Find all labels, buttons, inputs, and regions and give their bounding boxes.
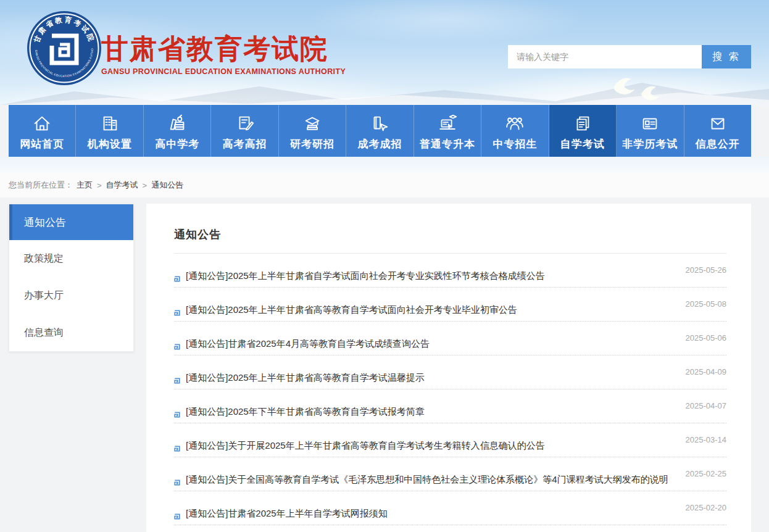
people-group-icon [504,113,525,134]
nav-item-secondary-enrollment[interactable]: 中专招生 [481,105,549,157]
announcement-row: [通知公告]2025年下半年甘肃省高等教育自学考试报考简章 2025-04-07 [174,389,726,423]
announcement-date: 2025-04-07 [686,401,727,410]
announcement-row: [通知公告]2025年上半年甘肃省高等教育自学考试温馨提示 2025-04-09 [174,355,726,389]
main-navigation: 网站首页 机构设置 高中学考 高考高招 研考研招 [9,105,751,157]
nav-item-zhuanshengben[interactable]: 普通专升本 [414,105,481,157]
sidebar-item-label: 政策规定 [24,252,64,265]
announcement-link[interactable]: [通知公告]2025年上半年甘肃省高等教育自学考试温馨提示 [174,372,425,384]
home-icon [31,113,52,134]
book-plane-icon [369,113,390,134]
announcement-bullet-icon [174,443,180,449]
site-header: 甘肃省教育考试院 GANSU PROVINCIAL EDUCATION EXAM… [0,0,769,105]
doves-decoration [603,73,671,105]
announcement-date: 2025-05-26 [686,265,727,275]
organization-building-icon [99,113,120,134]
announcement-date: 2025-04-09 [686,367,727,376]
nav-item-non-academic-exam[interactable]: 非学历考试 [617,105,684,157]
section-sidebar: 通知公告 政策规定 办事大厅 信息查询 [9,204,134,352]
stacked-documents-icon [572,113,593,134]
search-form: 搜 索 [508,45,751,69]
page-title: 通知公告 [174,227,726,254]
announcement-link[interactable]: [通知公告]2025年上半年甘肃省自学考试面向社会开考专业实践性环节考核合格成绩… [174,270,545,282]
nav-item-info-disclosure[interactable]: 信息公开 [684,105,751,157]
announcement-date: 2025-02-25 [686,469,727,478]
announcement-row: [通知公告]关于全国高等教育自学考试《毛泽东思想和中国特色社会主义理论体系概论》… [174,457,726,491]
nav-item-home[interactable]: 网站首页 [9,105,76,157]
nav-item-self-study-exam[interactable]: 自学考试 [549,105,617,157]
announcement-bullet-icon [174,307,180,314]
announcement-bullet-icon [174,409,180,415]
header-fade-band [0,157,769,173]
breadcrumb-label: 您当前所在位置： [9,180,73,191]
breadcrumb: 您当前所在位置： 主页 > 自学考试 > 通知公告 [9,173,751,197]
sidebar-item-policies[interactable]: 政策规定 [9,240,133,277]
announcement-link[interactable]: [通知公告]2025年下半年甘肃省高等教育自学考试报考简章 [174,406,425,418]
sidebar-item-label: 办事大厅 [24,289,64,302]
nav-item-gaokao[interactable]: 高考高招 [211,105,278,157]
announcement-row: [通知公告]2025年上半年甘肃省自学考试面向社会开考专业实践性环节考核合格成绩… [174,254,726,288]
breadcrumb-separator: > [97,181,102,190]
announcement-bullet-icon [174,375,180,381]
breadcrumb-home-link[interactable]: 主页 [77,180,93,191]
books-apple-icon [167,113,188,134]
exam-paper-pen-icon [235,113,256,134]
announcement-bullet-icon [174,511,180,517]
breadcrumb-current: 通知公告 [151,180,183,191]
nav-item-organization[interactable]: 机构设置 [76,105,143,157]
id-card-icon [639,113,660,134]
sidebar-item-info-query[interactable]: 信息查询 [9,314,133,351]
sidebar-item-label: 通知公告 [24,215,66,230]
announcement-bullet-icon [174,341,180,347]
site-logo[interactable]: 甘肃省教育考试院 GANSU PROVINCIAL EDUCATION EXAM… [26,10,102,86]
nav-item-postgraduate[interactable]: 研考研招 [279,105,346,157]
announcement-link[interactable]: [通知公告]关于全国高等教育自学考试《毛泽东思想和中国特色社会主义理论体系概论》… [174,474,668,486]
search-button[interactable]: 搜 索 [702,45,751,69]
announcement-date: 2025-05-06 [686,333,727,343]
breadcrumb-section-link[interactable]: 自学考试 [106,180,138,191]
site-subtitle: GANSU PROVINCIAL EDUCATION EXAMINATIONS … [101,67,346,76]
announcement-link[interactable]: [通知公告]甘肃省2025年4月高等教育自学考试成绩查询公告 [174,338,430,350]
announcement-bullet-icon [174,477,180,483]
sidebar-item-notices[interactable]: 通知公告 [9,204,133,240]
laptop-cap-icon [437,113,458,134]
sidebar-item-service-hall[interactable]: 办事大厅 [9,277,133,314]
breadcrumb-separator: > [143,181,148,190]
announcement-row: [通知公告]甘肃省2025年上半年自学考试网报须知 2025-02-20 [174,491,726,525]
announcement-link[interactable]: [通知公告]2025年上半年甘肃省高等教育自学考试面向社会开考专业毕业初审公告 [174,304,517,316]
announcement-bullet-icon [174,273,180,280]
search-input[interactable] [508,45,702,69]
site-title: 甘肃省教育考试院 [101,33,346,64]
nav-item-adult-exam[interactable]: 成考成招 [346,105,414,157]
envelope-icon [707,113,728,134]
announcement-row: [通知公告]关于开展2025年上半年甘肃省高等教育自学考试考生考籍转入信息确认的… [174,423,726,457]
graduate-cap-books-icon [302,113,323,134]
announcement-link[interactable]: [通知公告]关于开展2025年上半年甘肃省高等教育自学考试考生考籍转入信息确认的… [174,440,545,452]
site-title-block: 甘肃省教育考试院 GANSU PROVINCIAL EDUCATION EXAM… [101,33,346,76]
breadcrumb-bar: 您当前所在位置： 主页 > 自学考试 > 通知公告 [0,173,769,197]
announcement-row: [通知公告]甘肃省2025年4月高等教育自学考试成绩查询公告 2025-05-0… [174,322,726,355]
announcement-row: [通知公告]2025年上半年甘肃省高等教育自学考试面向社会开考专业毕业初审公告 … [174,288,726,322]
announcement-panel: 通知公告 [通知公告]2025年上半年甘肃省自学考试面向社会开考专业实践性环节考… [146,204,751,532]
nav-item-highschool-exam[interactable]: 高中学考 [144,105,211,157]
announcement-link[interactable]: [通知公告]甘肃省2025年上半年自学考试网报须知 [174,508,388,520]
announcement-date: 2025-02-20 [686,503,727,512]
announcement-date: 2025-05-08 [686,299,727,309]
announcement-date: 2025-03-14 [686,435,727,444]
sidebar-item-label: 信息查询 [24,326,64,339]
